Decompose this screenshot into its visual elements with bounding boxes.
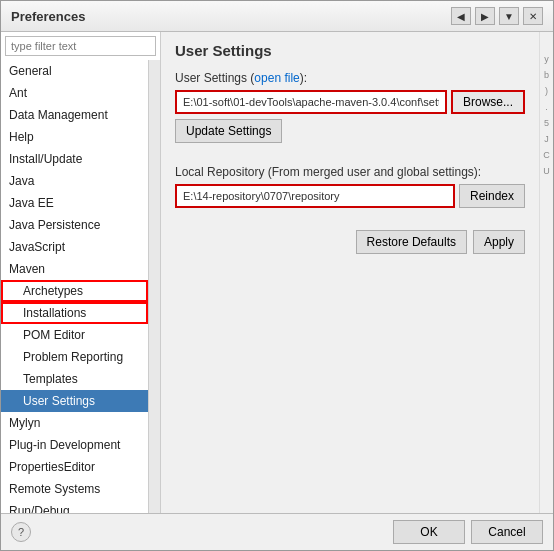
reindex-button[interactable]: Reindex	[459, 184, 525, 208]
edge-char: )	[545, 84, 548, 98]
open-file-link[interactable]: open file	[254, 71, 299, 85]
sidebar-item-ant[interactable]: Ant	[1, 82, 148, 104]
sidebar-item-install-update[interactable]: Install/Update	[1, 148, 148, 170]
cancel-button[interactable]: Cancel	[471, 520, 543, 544]
ok-button[interactable]: OK	[393, 520, 465, 544]
back-button[interactable]: ◀	[451, 7, 471, 25]
sidebar-item-pom-editor[interactable]: POM Editor	[1, 324, 148, 346]
sidebar-item-data-management[interactable]: Data Management	[1, 104, 148, 126]
sidebar-item-javascript[interactable]: JavaScript	[1, 236, 148, 258]
local-repo-section: Local Repository (From merged user and g…	[175, 165, 525, 208]
title-left: Preferences	[11, 9, 85, 24]
local-repo-input[interactable]	[175, 184, 455, 208]
restore-defaults-button[interactable]: Restore Defaults	[356, 230, 467, 254]
user-settings-input[interactable]	[175, 90, 447, 114]
sidebar-item-remote-systems[interactable]: Remote Systems	[1, 478, 148, 500]
sidebar-item-properties-editor[interactable]: PropertiesEditor	[1, 456, 148, 478]
edge-char: C	[543, 148, 550, 162]
forward-button[interactable]: ▶	[475, 7, 495, 25]
title-controls: ◀ ▶ ▼ ✕	[451, 7, 543, 25]
dialog-titlebar: Preferences ◀ ▶ ▼ ✕	[1, 1, 553, 32]
left-panel: GeneralAntData ManagementHelpInstall/Upd…	[1, 32, 161, 513]
apply-button[interactable]: Apply	[473, 230, 525, 254]
user-settings-label-text: User Settings (	[175, 71, 254, 85]
user-settings-label-end: ):	[300, 71, 307, 85]
restore-apply-row: Restore Defaults Apply	[175, 230, 525, 254]
tree-container: GeneralAntData ManagementHelpInstall/Upd…	[1, 60, 148, 513]
scrollbar[interactable]	[148, 60, 160, 513]
sidebar-item-installations[interactable]: Installations	[1, 302, 148, 324]
sidebar-item-mylyn[interactable]: Mylyn	[1, 412, 148, 434]
local-repo-label: Local Repository (From merged user and g…	[175, 165, 525, 179]
separator	[175, 157, 525, 165]
user-settings-section: User Settings (open file): Browse... Upd…	[175, 71, 525, 143]
update-settings-button[interactable]: Update Settings	[175, 119, 282, 143]
bottom-right: OK Cancel	[393, 520, 543, 544]
dialog-body: GeneralAntData ManagementHelpInstall/Upd…	[1, 32, 553, 513]
bottom-left: ?	[11, 522, 31, 542]
sidebar-item-problem-reporting[interactable]: Problem Reporting	[1, 346, 148, 368]
edge-char: U	[543, 164, 550, 178]
sidebar-item-user-settings[interactable]: User Settings	[1, 390, 148, 412]
edge-char: J	[544, 132, 549, 146]
edge-char: .	[545, 100, 548, 114]
tree-panel: GeneralAntData ManagementHelpInstall/Upd…	[1, 60, 160, 513]
sidebar-item-maven[interactable]: Maven	[1, 258, 148, 280]
help-button[interactable]: ?	[11, 522, 31, 542]
dialog-title-text: Preferences	[11, 9, 85, 24]
browse-button[interactable]: Browse...	[451, 90, 525, 114]
menu-button[interactable]: ▼	[499, 7, 519, 25]
sidebar-item-java-persistence[interactable]: Java Persistence	[1, 214, 148, 236]
edge-char: y	[544, 52, 549, 66]
sidebar-item-plug-in-development[interactable]: Plug-in Development	[1, 434, 148, 456]
user-settings-label: User Settings (open file):	[175, 71, 525, 85]
update-btn-row: Update Settings	[175, 119, 525, 143]
local-repo-input-row: Reindex	[175, 184, 525, 208]
close-button[interactable]: ✕	[523, 7, 543, 25]
sidebar-item-help[interactable]: Help	[1, 126, 148, 148]
right-edge: yb).5JCU	[539, 32, 553, 513]
sidebar-item-java-ee[interactable]: Java EE	[1, 192, 148, 214]
sidebar-item-general[interactable]: General	[1, 60, 148, 82]
edge-char: b	[544, 68, 549, 82]
sidebar-item-templates[interactable]: Templates	[1, 368, 148, 390]
page-title: User Settings	[175, 42, 525, 59]
sidebar-item-archetypes[interactable]: Archetypes	[1, 280, 148, 302]
user-settings-input-row: Browse...	[175, 90, 525, 114]
dialog-bottom: ? OK Cancel	[1, 513, 553, 550]
edge-char: 5	[544, 116, 549, 130]
sidebar-item-java[interactable]: Java	[1, 170, 148, 192]
right-panel: User Settings User Settings (open file):…	[161, 32, 539, 513]
filter-input[interactable]	[5, 36, 156, 56]
sidebar-item-run-debug[interactable]: Run/Debug	[1, 500, 148, 513]
preferences-dialog: Preferences ◀ ▶ ▼ ✕ GeneralAntData Manag…	[0, 0, 554, 551]
